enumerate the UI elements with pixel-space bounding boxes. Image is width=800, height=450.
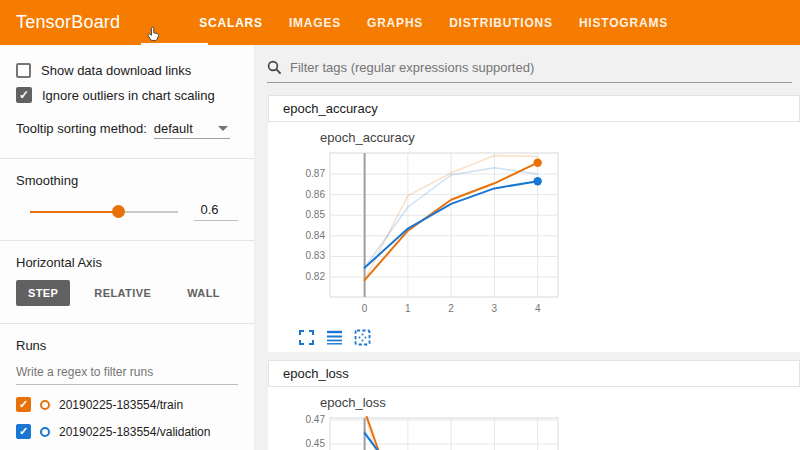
tooltip-sorting-value: default [154,121,193,136]
svg-text:4: 4 [535,303,541,314]
relative-button[interactable]: RELATIVE [82,280,163,306]
dashboard-main: Filter tags (regular expressions support… [255,45,800,450]
svg-text:0.86: 0.86 [306,189,326,200]
run-train-color-circle[interactable] [40,400,50,410]
step-button[interactable]: STEP [16,280,70,306]
chart-title-epoch-loss: epoch_loss [320,395,800,410]
section-epoch-accuracy: epoch_accuracy epoch_accuracy 0.820.830.… [268,95,800,352]
log-scale-icon[interactable] [326,329,343,346]
smoothing-slider-fill [30,211,119,213]
chart-toolbar [298,329,800,346]
mouse-cursor-icon [147,26,162,42]
filter-tags-input[interactable]: Filter tags (regular expressions support… [267,60,792,83]
svg-text:0.87: 0.87 [306,168,326,179]
epoch-loss-chart: 0.470.450.4301234 [296,412,566,450]
tab-graphs[interactable]: GRAPHS [354,0,436,45]
show-download-links-row[interactable]: Show data download links [16,63,238,78]
section-body-epoch-accuracy: epoch_accuracy 0.820.830.840.850.860.870… [268,122,800,352]
epoch-accuracy-chart: 0.820.830.840.850.860.8701234 [296,147,566,322]
tooltip-sorting-dropdown[interactable]: default [154,121,230,139]
horizontal-axis-buttons: STEP RELATIVE WALL [16,280,238,306]
ignore-outliers-label: Ignore outliers in chart scaling [42,88,215,103]
tab-scalars[interactable]: SCALARS [186,0,276,45]
section-epoch-loss: epoch_loss epoch_loss 0.470.450.4301234 [268,360,800,450]
expand-chart-icon[interactable] [298,329,315,346]
run-row-train[interactable]: 20190225-183554/train [16,397,238,412]
smoothing-value-input[interactable]: 0.6 [194,202,238,221]
svg-text:0.47: 0.47 [306,414,326,425]
search-icon [267,60,282,75]
smoothing-slider[interactable] [30,211,178,213]
tooltip-sorting-row: Tooltip sorting method: default [16,121,238,139]
section-header-epoch-loss[interactable]: epoch_loss [268,360,800,387]
svg-text:0.83: 0.83 [306,250,326,261]
run-validation-color-circle[interactable] [40,427,50,437]
svg-text:2: 2 [448,303,454,314]
tab-distributions[interactable]: DISTRIBUTIONS [436,0,566,45]
svg-text:0.85: 0.85 [306,209,326,220]
section-title: epoch_loss [283,366,349,381]
chart-title-epoch-accuracy: epoch_accuracy [320,130,800,145]
divider [0,323,254,324]
run-train-checkbox[interactable] [16,397,31,412]
svg-text:3: 3 [492,303,498,314]
run-row-validation[interactable]: 20190225-183554/validation [16,424,238,439]
svg-text:0: 0 [362,303,368,314]
filter-tags-placeholder: Filter tags (regular expressions support… [290,60,534,75]
divider [0,158,254,159]
smoothing-slider-thumb[interactable] [112,205,125,218]
top-navbar: TensorBoard SCALARS IMAGES GRAPHS DISTRI… [0,0,800,45]
settings-sidebar: Show data download links Ignore outliers… [0,45,255,450]
ignore-outliers-row[interactable]: Ignore outliers in chart scaling [16,87,238,103]
divider [0,240,254,241]
run-train-name: 20190225-183554/train [59,398,183,412]
tab-images[interactable]: IMAGES [276,0,354,45]
section-header-epoch-accuracy[interactable]: epoch_accuracy [268,95,800,122]
wall-button[interactable]: WALL [175,280,232,306]
tab-histograms[interactable]: HISTOGRAMS [566,0,681,45]
svg-text:0.45: 0.45 [306,438,326,449]
horizontal-axis-label: Horizontal Axis [16,255,238,270]
svg-text:0.82: 0.82 [306,271,326,282]
tooltip-sorting-label: Tooltip sorting method: [16,121,147,136]
show-download-links-checkbox[interactable] [16,63,31,78]
smoothing-label: Smoothing [16,173,238,188]
runs-filter-input[interactable]: Write a regex to filter runs [16,365,238,385]
runs-label: Runs [16,338,238,353]
section-title: epoch_accuracy [283,101,378,116]
svg-text:1: 1 [405,303,411,314]
active-tab-underline [141,43,208,45]
smoothing-slider-row: 0.6 [16,202,238,221]
nav-tabs: SCALARS IMAGES GRAPHS DISTRIBUTIONS HIST… [186,0,681,45]
ignore-outliers-checkbox[interactable] [16,87,32,103]
chevron-down-icon [218,126,228,131]
fit-domain-icon[interactable] [354,329,371,346]
svg-text:0.84: 0.84 [306,230,326,241]
run-validation-checkbox[interactable] [16,424,31,439]
section-body-epoch-loss: epoch_loss 0.470.450.4301234 [268,387,800,450]
show-download-links-label: Show data download links [41,63,191,78]
run-validation-name: 20190225-183554/validation [59,425,210,439]
app-title: TensorBoard [16,12,120,33]
